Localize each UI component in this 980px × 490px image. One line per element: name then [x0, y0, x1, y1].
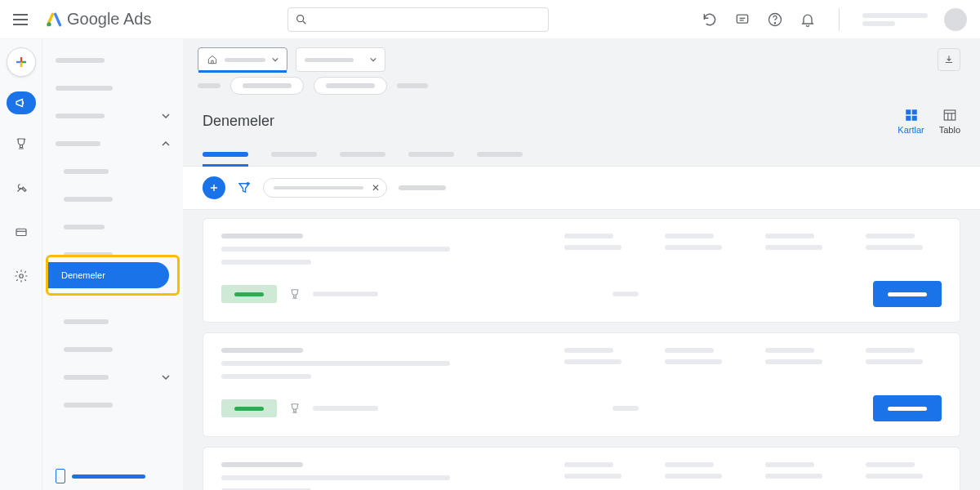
view-toggle: Kartlar Tablo — [898, 108, 960, 135]
brand-logo[interactable]: Google Ads — [46, 10, 151, 29]
svg-point-0 — [47, 22, 51, 26]
ads-logo-icon — [46, 11, 62, 28]
svg-rect-19 — [944, 110, 956, 120]
sidebar-item[interactable] — [42, 368, 183, 387]
rail-settings[interactable] — [7, 261, 36, 291]
view-cards-button[interactable]: Kartlar — [898, 108, 924, 135]
svg-point-1 — [297, 15, 304, 21]
page-title: Denemeler — [203, 113, 274, 130]
tab[interactable] — [477, 143, 523, 166]
rail-billing[interactable] — [7, 217, 36, 247]
remove-filter-button[interactable]: ✕ — [370, 182, 381, 194]
plus-icon — [208, 182, 220, 194]
brand-text: Google Ads — [67, 10, 151, 29]
rail-goals[interactable] — [7, 129, 36, 158]
sidebar-footer[interactable] — [56, 469, 170, 483]
rail-campaigns[interactable] — [7, 91, 36, 114]
download-icon — [943, 54, 955, 65]
tab[interactable] — [340, 143, 385, 166]
filter-bar: ✕ — [183, 167, 980, 210]
highlighted-nav-item: Denemeler — [46, 255, 180, 296]
sidebar-item[interactable] — [42, 395, 183, 415]
trophy-icon — [14, 136, 29, 151]
experiment-card — [203, 332, 960, 437]
notifications-icon[interactable] — [800, 11, 816, 28]
rail-tools[interactable] — [7, 173, 36, 203]
view-table-button[interactable]: Tablo — [939, 108, 960, 135]
trophy-icon — [288, 287, 301, 301]
view-cards-label: Kartlar — [898, 125, 924, 135]
scope-toolbar — [183, 39, 980, 72]
svg-point-7 — [774, 22, 775, 23]
global-search[interactable] — [287, 7, 549, 32]
search-icon — [295, 13, 308, 26]
tools-icon — [14, 180, 29, 195]
gear-icon — [14, 269, 29, 283]
chevron-down-icon — [162, 373, 170, 381]
avatar[interactable] — [944, 8, 967, 31]
divider — [839, 8, 840, 31]
active-filter-chip[interactable]: ✕ — [263, 178, 387, 198]
svg-rect-3 — [737, 15, 747, 23]
sidebar: Denemeler — [42, 39, 183, 490]
experiment-card — [203, 218, 960, 323]
add-experiment-button[interactable] — [203, 176, 225, 199]
megaphone-icon — [14, 96, 29, 110]
status-badge — [221, 285, 277, 303]
sidebar-item[interactable] — [42, 162, 183, 181]
cards-icon — [904, 108, 919, 122]
account-info[interactable] — [862, 13, 928, 26]
header-actions — [702, 8, 967, 31]
breadcrumb-chip[interactable] — [230, 77, 304, 95]
scope-account-select[interactable] — [198, 47, 287, 72]
page-tabs — [183, 143, 980, 167]
refresh-icon[interactable] — [702, 11, 718, 28]
breadcrumb-chip[interactable] — [314, 77, 387, 95]
page-header: Denemeler Kartlar Tablo — [183, 100, 980, 135]
phone-icon — [56, 469, 65, 483]
chevron-up-icon — [162, 140, 170, 148]
left-rail — [0, 39, 42, 490]
chevron-down-icon — [272, 56, 278, 63]
chat-icon[interactable] — [734, 11, 751, 28]
create-button[interactable] — [7, 47, 36, 77]
sidebar-item[interactable] — [42, 217, 183, 237]
menu-icon[interactable] — [13, 10, 33, 29]
sidebar-item[interactable] — [42, 51, 183, 70]
svg-rect-16 — [911, 109, 916, 114]
svg-line-2 — [303, 21, 305, 24]
tab[interactable] — [203, 143, 248, 166]
view-table-label: Tablo — [939, 125, 960, 135]
sidebar-item-label: Denemeler — [61, 270, 105, 280]
tab[interactable] — [271, 143, 317, 166]
help-icon[interactable] — [767, 11, 783, 28]
sidebar-item[interactable] — [42, 134, 183, 154]
filter-icon[interactable] — [237, 180, 252, 195]
chevron-down-icon — [162, 112, 170, 120]
trophy-icon — [288, 402, 301, 415]
download-button[interactable] — [938, 48, 960, 71]
status-badge — [221, 399, 277, 417]
svg-rect-15 — [906, 109, 911, 114]
sidebar-item-experiments[interactable]: Denemeler — [48, 262, 169, 288]
chevron-down-icon — [370, 56, 376, 63]
card-action-button[interactable] — [873, 395, 942, 421]
card-action-button[interactable] — [873, 281, 942, 307]
card-icon — [14, 225, 29, 239]
svg-point-25 — [247, 182, 250, 185]
svg-point-14 — [19, 274, 23, 278]
scope-campaign-select[interactable] — [296, 47, 385, 72]
breadcrumb — [183, 72, 980, 100]
sidebar-item[interactable] — [42, 78, 183, 98]
sidebar-item[interactable] — [42, 312, 183, 332]
tab[interactable] — [408, 143, 454, 166]
svg-rect-18 — [911, 116, 916, 121]
plus-multicolor-icon — [14, 55, 29, 69]
search-input[interactable] — [314, 13, 541, 25]
experiment-cards-list — [183, 210, 980, 490]
sidebar-item[interactable] — [42, 340, 183, 359]
home-icon — [207, 54, 218, 65]
sidebar-item[interactable] — [42, 106, 183, 126]
app-header: Google Ads — [0, 0, 980, 39]
sidebar-item[interactable] — [42, 189, 183, 209]
